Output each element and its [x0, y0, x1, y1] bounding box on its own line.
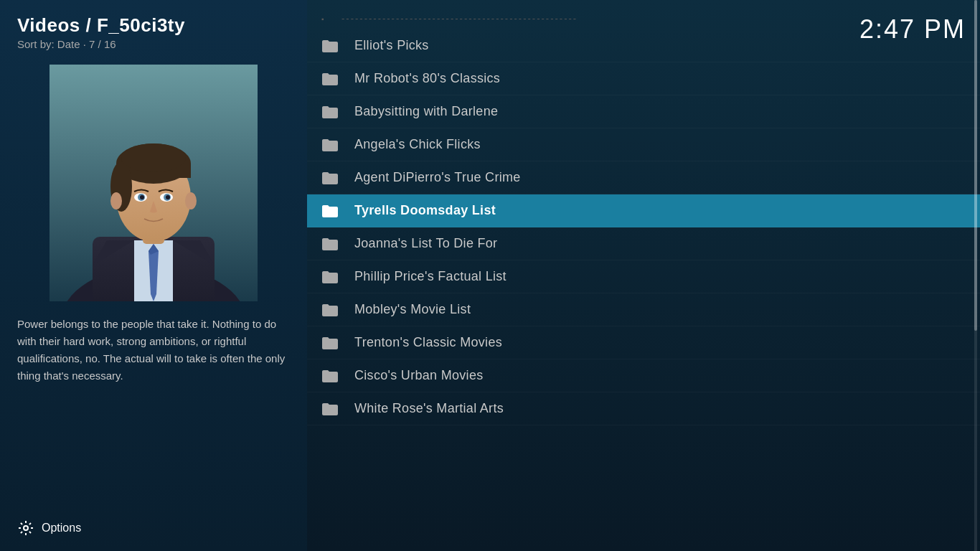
folder-icon	[321, 402, 341, 416]
list-item-label: Mr Robot's 80's Classics	[354, 71, 500, 86]
left-panel: Videos / F_50ci3ty Sort by: Date · 7 / 1…	[0, 0, 307, 551]
list-item-mr-robot-classics[interactable]: Mr Robot's 80's Classics	[307, 62, 980, 95]
folder-icon	[321, 336, 341, 350]
svg-point-20	[166, 195, 170, 199]
list-item-white-rose-martial[interactable]: White Rose's Martial Arts	[307, 392, 980, 425]
folder-icon	[321, 204, 341, 218]
clock: 2:47 PM	[859, 14, 966, 44]
list-item-phillip-price-list[interactable]: Phillip Price's Factual List	[307, 260, 980, 293]
scrollbar[interactable]	[974, 0, 977, 551]
list-item-agent-dipierro-crime[interactable]: Agent DiPierro's True Crime	[307, 161, 980, 194]
svg-point-21	[110, 192, 122, 209]
folder-icon	[321, 270, 341, 284]
list-item-label: Agent DiPierro's True Crime	[354, 170, 521, 185]
list-item-label: White Rose's Martial Arts	[354, 401, 504, 416]
list-item-label: Cisco's Urban Movies	[354, 368, 484, 383]
list-item-label: Tyrells Doomsday List	[354, 203, 496, 218]
folder-icon	[321, 171, 341, 185]
list-item-tyrells-doomsday[interactable]: Tyrells Doomsday List	[307, 194, 980, 227]
list-item-babysitting-darlene[interactable]: Babysitting with Darlene	[307, 95, 980, 128]
list-item-ciscos-urban[interactable]: Cisco's Urban Movies	[307, 359, 980, 392]
separator-line: ----------------------------------------…	[341, 13, 578, 24]
separator-dot: ▪	[321, 15, 329, 22]
options-icon	[17, 519, 34, 537]
options-bar[interactable]: Options	[17, 512, 290, 537]
list-item-label: Joanna's List To Die For	[354, 236, 497, 251]
options-label: Options	[42, 522, 81, 534]
page-title: Videos / F_50ci3ty	[17, 14, 290, 37]
folder-icon	[321, 303, 341, 317]
character-description: Power belongs to the people that take it…	[17, 316, 290, 512]
svg-point-22	[185, 192, 197, 209]
list-item-label: Trenton's Classic Movies	[354, 335, 502, 350]
list-item-joannas-list[interactable]: Joanna's List To Die For	[307, 227, 980, 260]
folder-icon	[321, 39, 341, 53]
list-item-label: Phillip Price's Factual List	[354, 269, 507, 284]
folder-icon	[321, 105, 341, 119]
list-item-label: Babysitting with Darlene	[354, 104, 498, 119]
list-item-label: Angela's Chick Flicks	[354, 137, 481, 152]
svg-point-14	[121, 143, 186, 172]
folder-icon	[321, 237, 341, 251]
list-item-trentons-classic[interactable]: Trenton's Classic Movies	[307, 326, 980, 359]
list-item-label: Mobley's Movie List	[354, 302, 471, 317]
playlist-container: ▪ --------------------------------------…	[307, 0, 980, 425]
title-area: Videos / F_50ci3ty Sort by: Date · 7 / 1…	[17, 14, 290, 50]
folder-icon	[321, 138, 341, 152]
list-item-angelas-chick-flicks[interactable]: Angela's Chick Flicks	[307, 128, 980, 161]
svg-point-19	[140, 195, 144, 199]
svg-point-23	[24, 526, 28, 530]
scrollbar-thumb	[974, 0, 977, 331]
folder-icon	[321, 369, 341, 383]
folder-icon	[321, 72, 341, 86]
list-item-mobleys-movie-list[interactable]: Mobley's Movie List	[307, 293, 980, 326]
right-panel: 2:47 PM ▪ ------------------------------…	[307, 0, 980, 551]
character-portrait	[50, 65, 258, 301]
list-item-label: Elliot's Picks	[354, 38, 429, 53]
sort-info: Sort by: Date · 7 / 16	[17, 38, 290, 50]
